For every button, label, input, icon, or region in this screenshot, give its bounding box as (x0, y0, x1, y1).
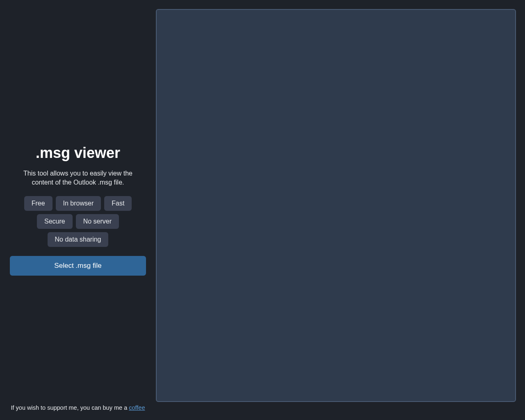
coffee-link[interactable]: coffee (129, 404, 145, 411)
preview-panel (156, 9, 516, 402)
tag-free: Free (24, 196, 52, 211)
tag-no-data-sharing: No data sharing (48, 232, 109, 247)
tag-fast: Fast (104, 196, 132, 211)
tag-secure: Secure (37, 214, 73, 229)
sidebar: .msg viewer This tool allows you to easi… (0, 0, 156, 420)
page-title: .msg viewer (36, 144, 120, 162)
tag-in-browser: In browser (56, 196, 101, 211)
tags-container: Free In browser Fast Secure No server No… (10, 196, 146, 247)
footer-text: If you wish to support me, you can buy m… (11, 404, 129, 411)
footer: If you wish to support me, you can buy m… (0, 404, 156, 411)
sidebar-content: .msg viewer This tool allows you to easi… (10, 144, 146, 275)
tag-no-server: No server (76, 214, 119, 229)
page-subtitle: This tool allows you to easily view the … (10, 169, 146, 187)
select-file-button[interactable]: Select .msg file (10, 256, 146, 276)
